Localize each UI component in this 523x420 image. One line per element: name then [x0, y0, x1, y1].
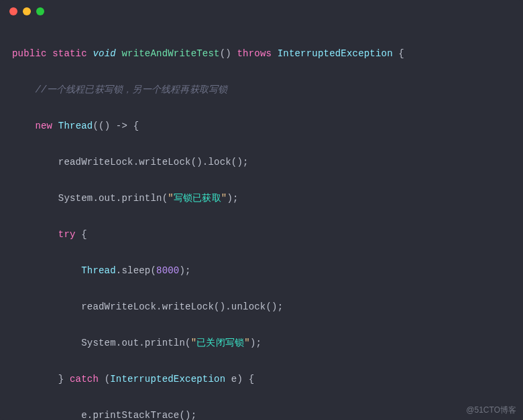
code-line: //一个线程已获写锁，另一个线程再获取写锁 — [12, 81, 523, 99]
code-line: new Thread(() -> { — [12, 117, 523, 135]
watermark: @51CTO博客 — [466, 405, 516, 416]
code-line: } catch (InterruptedException e) { — [12, 370, 523, 389]
string-quote: " — [191, 338, 197, 348]
code-line: System.out.println("写锁已获取"); — [12, 190, 523, 208]
window-titlebar — [0, 0, 523, 23]
editor-window: public static void writeAndWriteTest() t… — [0, 0, 523, 420]
punct: () — [220, 48, 237, 59]
minimize-icon[interactable] — [23, 7, 31, 15]
type-void: void — [93, 48, 115, 59]
method-call: .sleep( — [116, 265, 156, 276]
keyword-new: new — [35, 121, 52, 131]
method-call: System.out.println( — [58, 193, 168, 204]
keyword-catch: catch — [70, 374, 99, 384]
code-line: Thread.sleep(8000); — [12, 262, 523, 280]
string-literal: 写锁已获取 — [174, 193, 221, 204]
method-call: readWriteLock.writeLock().unlock(); — [81, 301, 283, 312]
paren: ( — [99, 374, 110, 384]
code-line: readWriteLock.writeLock().lock(); — [12, 153, 523, 171]
punct: ); — [227, 193, 238, 204]
brace: } — [58, 374, 70, 384]
code-line: readWriteLock.writeLock().unlock(); — [12, 298, 523, 316]
class-exception: InterruptedException — [110, 374, 225, 384]
code-line: try { — [12, 226, 523, 244]
method-name: writeAndWriteTest — [121, 48, 219, 59]
punct: ); — [250, 338, 262, 348]
keyword-throws: throws — [237, 48, 272, 59]
punct: ); — [179, 265, 190, 276]
method-call: System.out.println( — [81, 338, 190, 348]
close-icon[interactable] — [9, 7, 17, 15]
comment: //一个线程已获写锁，另一个线程再获取写锁 — [35, 84, 227, 95]
brace: { — [393, 48, 404, 59]
class-exception: InterruptedException — [278, 48, 393, 59]
number-literal: 8000 — [156, 265, 179, 276]
code-editor[interactable]: public static void writeAndWriteTest() t… — [0, 23, 523, 420]
variable: e — [225, 374, 237, 384]
punct: ) { — [237, 374, 254, 384]
code-line: System.out.println("已关闭写锁"); — [12, 334, 523, 352]
keyword-public: public — [12, 48, 47, 59]
string-quote: " — [168, 193, 174, 204]
keyword-static: static — [52, 48, 87, 59]
brace: { — [76, 229, 87, 240]
method-call: e.printStackTrace(); — [81, 410, 196, 420]
code-line: e.printStackTrace(); — [12, 407, 523, 420]
code-line: public static void writeAndWriteTest() t… — [12, 45, 523, 63]
class-thread: Thread — [81, 265, 116, 276]
keyword-try: try — [58, 229, 76, 240]
method-call: readWriteLock.writeLock().lock(); — [58, 157, 249, 167]
string-literal: 已关闭写锁 — [196, 338, 244, 348]
class-thread: Thread — [58, 121, 93, 131]
zoom-icon[interactable] — [36, 7, 44, 15]
string-quote: " — [244, 338, 250, 348]
lambda: (() -> { — [93, 121, 139, 131]
